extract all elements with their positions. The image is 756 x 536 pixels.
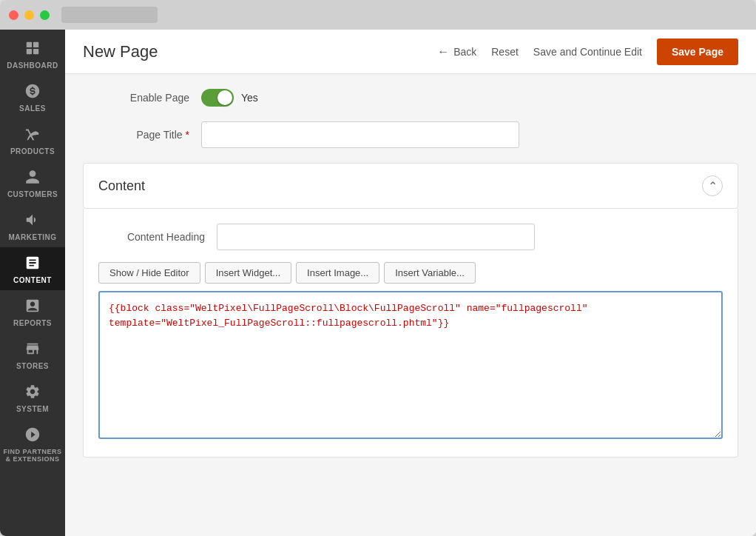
sidebar-item-label: SALES bbox=[19, 104, 46, 113]
svg-rect-2 bbox=[27, 49, 32, 54]
content-icon bbox=[24, 255, 41, 273]
enable-page-value: Yes bbox=[241, 92, 258, 104]
sidebar-item-label: CONTENT bbox=[13, 276, 52, 284]
page-title-label: Page Title bbox=[83, 129, 201, 141]
content-area: New Page ← Back Reset Save and Continue … bbox=[65, 30, 756, 536]
content-heading-row: Content Heading bbox=[98, 224, 723, 250]
app-body: DASHBOARD SALES PRODUCTS bbox=[0, 30, 756, 536]
sidebar: DASHBOARD SALES PRODUCTS bbox=[0, 30, 65, 536]
enable-page-toggle[interactable] bbox=[201, 89, 234, 107]
close-button[interactable] bbox=[9, 10, 18, 20]
topbar: New Page ← Back Reset Save and Continue … bbox=[65, 30, 756, 74]
enable-page-label: Enable Page bbox=[83, 92, 201, 104]
page-title: New Page bbox=[83, 42, 425, 61]
svg-rect-0 bbox=[27, 42, 32, 47]
sidebar-item-customers[interactable]: CUSTOMERS bbox=[0, 161, 65, 204]
find-partners-icon bbox=[24, 426, 41, 445]
app-window: DASHBOARD SALES PRODUCTS bbox=[0, 0, 756, 536]
address-bar[interactable] bbox=[61, 7, 158, 23]
sales-icon bbox=[24, 83, 41, 101]
products-icon bbox=[24, 126, 41, 144]
content-heading-label: Content Heading bbox=[98, 231, 217, 243]
sidebar-item-label: FIND PARTNERS & EXTENSIONS bbox=[3, 448, 62, 463]
sidebar-item-find-partners[interactable]: FIND PARTNERS & EXTENSIONS bbox=[0, 419, 65, 469]
sidebar-item-label: CUSTOMERS bbox=[7, 190, 58, 198]
reset-button[interactable]: Reset bbox=[491, 46, 519, 58]
minimize-button[interactable] bbox=[24, 10, 34, 20]
sidebar-item-products[interactable]: PRODUCTS bbox=[0, 118, 65, 161]
main-scroll: Enable Page Yes Page Title bbox=[65, 74, 756, 536]
sidebar-item-system[interactable]: SYSTEM bbox=[0, 376, 65, 419]
insert-variable-button[interactable]: Insert Variable... bbox=[384, 262, 476, 284]
back-label: Back bbox=[453, 46, 476, 58]
content-section-body: Content Heading Show / Hide Editor Inser… bbox=[83, 209, 738, 458]
content-editor[interactable]: {{block class="WeltPixel\FullPageScroll\… bbox=[98, 291, 723, 439]
system-icon bbox=[24, 383, 41, 402]
sidebar-item-label: DASHBOARD bbox=[7, 61, 58, 70]
titlebar bbox=[0, 0, 756, 30]
sidebar-item-label: SYSTEM bbox=[16, 405, 49, 413]
maximize-button[interactable] bbox=[40, 10, 50, 20]
save-continue-button[interactable]: Save and Continue Edit bbox=[533, 46, 642, 58]
content-heading-input[interactable] bbox=[217, 224, 535, 250]
topbar-actions: ← Back Reset Save and Continue Edit Save… bbox=[437, 38, 738, 65]
toggle-knob bbox=[217, 90, 232, 105]
page-title-input[interactable] bbox=[201, 121, 519, 148]
toggle-wrapper: Yes bbox=[201, 89, 258, 107]
stores-icon bbox=[24, 341, 41, 359]
enable-page-row: Enable Page Yes bbox=[83, 89, 738, 107]
sidebar-item-reports[interactable]: REPORTS bbox=[0, 290, 65, 333]
sidebar-item-content[interactable]: CONTENT bbox=[0, 247, 65, 290]
content-section-header: Content ⌃ bbox=[83, 163, 738, 209]
sidebar-item-label: STORES bbox=[16, 362, 49, 370]
insert-image-button[interactable]: Insert Image... bbox=[296, 262, 379, 284]
sidebar-item-label: PRODUCTS bbox=[10, 147, 55, 155]
svg-rect-1 bbox=[33, 42, 38, 47]
back-arrow-icon: ← bbox=[437, 45, 449, 58]
sidebar-item-label: REPORTS bbox=[13, 319, 52, 327]
sidebar-item-marketing[interactable]: MARKETING bbox=[0, 204, 65, 247]
show-hide-editor-button[interactable]: Show / Hide Editor bbox=[98, 262, 200, 284]
sidebar-item-label: MARKETING bbox=[8, 233, 56, 241]
chevron-up-icon: ⌃ bbox=[708, 179, 718, 193]
sidebar-item-stores[interactable]: STORES bbox=[0, 333, 65, 376]
sidebar-item-dashboard[interactable]: DASHBOARD bbox=[0, 33, 65, 76]
content-section: Content ⌃ Content Heading bbox=[83, 163, 738, 458]
section-collapse-button[interactable]: ⌃ bbox=[702, 175, 723, 196]
content-section-title: Content bbox=[98, 178, 145, 194]
back-button[interactable]: ← Back bbox=[437, 45, 476, 58]
editor-toolbar: Show / Hide Editor Insert Widget... Inse… bbox=[98, 262, 723, 284]
customers-icon bbox=[24, 169, 41, 187]
svg-rect-3 bbox=[33, 49, 38, 54]
dashboard-icon bbox=[24, 40, 41, 58]
sidebar-item-sales[interactable]: SALES bbox=[0, 76, 65, 118]
main-inner: Enable Page Yes Page Title bbox=[65, 74, 756, 484]
window-controls bbox=[9, 10, 50, 20]
insert-widget-button[interactable]: Insert Widget... bbox=[205, 262, 291, 284]
reports-icon bbox=[24, 298, 41, 316]
marketing-icon bbox=[24, 212, 41, 230]
save-page-button[interactable]: Save Page bbox=[657, 38, 738, 65]
page-title-row: Page Title bbox=[83, 121, 738, 148]
